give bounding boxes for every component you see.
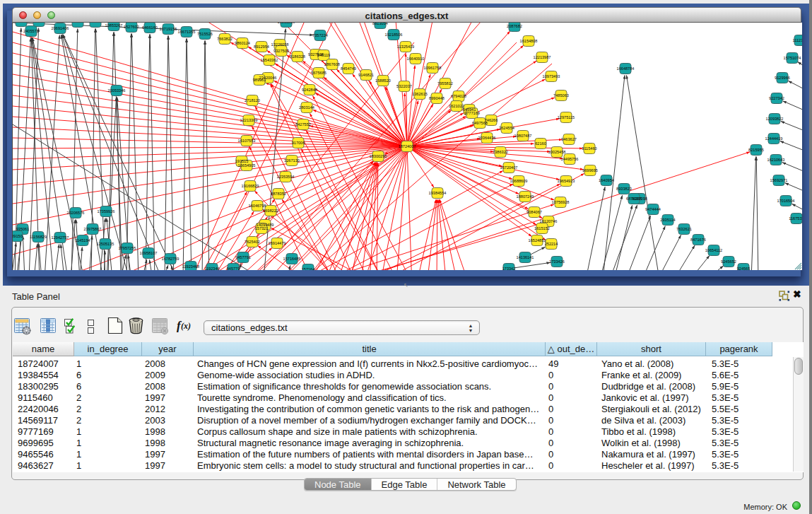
svg-text:12505135: 12505135 — [97, 242, 114, 246]
svg-text:546119: 546119 — [317, 53, 330, 57]
svg-text:8912954: 8912954 — [254, 45, 269, 49]
svg-text:9227342: 9227342 — [769, 96, 784, 100]
svg-text:11923468: 11923468 — [182, 264, 199, 269]
svg-text:1615152: 1615152 — [534, 226, 550, 230]
svg-text:10958107: 10958107 — [140, 251, 158, 255]
svg-text:8454749: 8454749 — [341, 66, 356, 71]
svg-text:6466160: 6466160 — [142, 25, 158, 30]
svg-text:6876358: 6876358 — [626, 197, 642, 201]
svg-text:1527602: 1527602 — [124, 25, 139, 29]
svg-text:5698222: 5698222 — [263, 209, 278, 213]
svg-text:18300295: 18300295 — [370, 154, 387, 158]
svg-text:173342: 173342 — [502, 267, 516, 270]
svg-text:17359926: 17359926 — [98, 209, 115, 214]
svg-text:1733426: 1733426 — [549, 259, 565, 264]
svg-text:16524851: 16524851 — [529, 238, 546, 243]
svg-text:10025458: 10025458 — [548, 150, 566, 154]
svg-text:1192346: 1192346 — [204, 267, 219, 270]
svg-text:62160: 62160 — [535, 141, 546, 146]
svg-text:2867608: 2867608 — [324, 62, 340, 66]
svg-text:16120746: 16120746 — [540, 219, 558, 223]
svg-text:935061: 935061 — [16, 227, 30, 231]
svg-text:8427552: 8427552 — [295, 122, 311, 127]
svg-text:20206576: 20206576 — [67, 211, 85, 215]
svg-text:9327503: 9327503 — [273, 49, 289, 53]
svg-text:16640910: 16640910 — [407, 57, 425, 61]
svg-text:6794028: 6794028 — [451, 94, 466, 98]
svg-text:8878352: 8878352 — [271, 192, 286, 196]
svg-text:7663822: 7663822 — [217, 37, 233, 41]
svg-text:5675685: 5675685 — [311, 71, 326, 75]
svg-text:1362615: 1362615 — [412, 92, 428, 96]
svg-text:12444419: 12444419 — [765, 136, 783, 141]
svg-text:11325419: 11325419 — [397, 45, 414, 49]
svg-text:16210643: 16210643 — [767, 158, 785, 162]
svg-text:9146821: 9146821 — [358, 73, 374, 77]
svg-text:10654112: 10654112 — [705, 248, 722, 252]
svg-text:989961: 989961 — [253, 78, 266, 82]
svg-text:16543362: 16543362 — [261, 58, 278, 62]
svg-text:1588520: 1588520 — [375, 78, 391, 83]
svg-text:7515526: 7515526 — [197, 32, 213, 36]
svg-text:18724007: 18724007 — [399, 144, 416, 148]
svg-text:10961758: 10961758 — [424, 66, 442, 70]
svg-text:19654923: 19654923 — [558, 179, 575, 183]
svg-text:2803144: 2803144 — [299, 105, 314, 110]
svg-text:12942757: 12942757 — [52, 235, 69, 240]
svg-text:1145194: 1145194 — [75, 238, 90, 243]
svg-text:945779: 945779 — [227, 267, 240, 270]
svg-text:10807487: 10807487 — [514, 134, 532, 138]
svg-text:12975115: 12975115 — [558, 115, 575, 119]
svg-text:9474444: 9474444 — [645, 207, 661, 211]
svg-text:2087682: 2087682 — [507, 24, 522, 28]
svg-text:14495756: 14495756 — [561, 157, 579, 161]
svg-text:1640954: 1640954 — [599, 178, 614, 182]
svg-text:23975867: 23975867 — [84, 227, 102, 231]
svg-text:7632621: 7632621 — [676, 227, 692, 231]
svg-text:8215955: 8215955 — [748, 148, 764, 152]
svg-text:12093822: 12093822 — [766, 117, 784, 121]
svg-text:7625402: 7625402 — [245, 240, 260, 244]
svg-text:16654905: 16654905 — [238, 163, 256, 168]
svg-text:15716485: 15716485 — [283, 257, 301, 261]
svg-text:7485063: 7485063 — [553, 93, 569, 98]
svg-text:6497568: 6497568 — [472, 121, 488, 125]
svg-text:9245652: 9245652 — [721, 259, 736, 264]
svg-text:2405571: 2405571 — [23, 29, 39, 33]
svg-text:10853267: 10853267 — [105, 23, 123, 28]
svg-text:8186328: 8186328 — [290, 54, 305, 59]
svg-text:16033809: 16033809 — [278, 23, 295, 24]
svg-text:10756928: 10756928 — [552, 200, 570, 204]
svg-text:9463627: 9463627 — [561, 137, 577, 141]
svg-text:7357224: 7357224 — [312, 33, 328, 37]
svg-text:20691406: 20691406 — [52, 26, 69, 30]
svg-text:2935114: 2935114 — [660, 218, 675, 222]
svg-text:19166829: 19166829 — [242, 184, 259, 188]
svg-text:7955812: 7955812 — [437, 81, 453, 86]
svg-text:16154808: 16154808 — [520, 39, 538, 43]
svg-text:15751074: 15751074 — [784, 56, 801, 60]
svg-text:16046798: 16046798 — [249, 204, 266, 208]
svg-text:39150: 39150 — [13, 234, 23, 238]
svg-text:20053346: 20053346 — [108, 88, 126, 93]
svg-text:16914479: 16914479 — [269, 241, 286, 245]
svg-text:1621022: 1621022 — [449, 104, 464, 108]
svg-text:(x): (x) — [181, 321, 191, 331]
svg-text:12353594: 12353594 — [277, 175, 295, 179]
svg-text:1112384: 1112384 — [793, 38, 802, 42]
svg-text:9777169: 9777169 — [464, 111, 480, 115]
svg-text:15720407: 15720407 — [500, 165, 518, 170]
svg-text:9084067: 9084067 — [526, 210, 542, 214]
svg-text:16782759: 16782759 — [162, 257, 180, 261]
svg-text:14136141: 14136141 — [517, 255, 534, 259]
svg-text:16648784: 16648784 — [617, 66, 635, 71]
svg-text:8813054: 8813054 — [372, 23, 388, 25]
svg-text:924565: 924565 — [737, 267, 751, 270]
svg-text:1167533: 1167533 — [789, 216, 802, 221]
svg-text:3624554: 3624554 — [499, 126, 514, 130]
svg-text:3267130: 3267130 — [284, 158, 300, 163]
svg-text:17957255: 17957255 — [119, 246, 136, 250]
svg-text:12213987: 12213987 — [534, 55, 551, 59]
svg-text:8471676: 8471676 — [690, 238, 706, 242]
svg-text:2718120: 2718120 — [245, 98, 260, 103]
